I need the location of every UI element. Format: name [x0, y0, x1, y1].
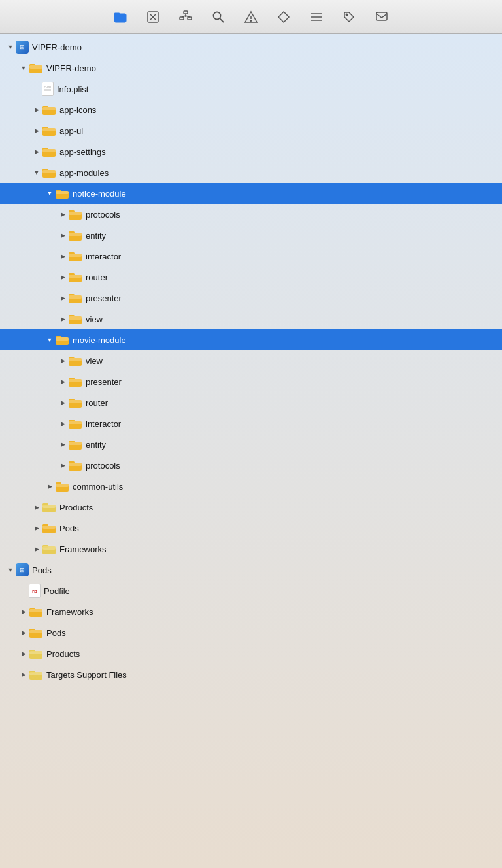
tree-arrow-app-settings[interactable]: ▶ — [31, 146, 42, 157]
tree-arrow-mm-interactor[interactable]: ▶ — [58, 418, 68, 429]
item-label-frameworks-2: Frameworks — [46, 607, 93, 617]
item-icon-nm-protocols — [68, 209, 82, 220]
tree-item-nm-router[interactable]: ▶router — [0, 267, 502, 288]
tree-arrow-app-ui[interactable]: ▶ — [31, 125, 42, 136]
tree-arrow-app-modules[interactable]: ▼ — [31, 167, 42, 178]
list-nav-icon[interactable] — [309, 10, 324, 24]
tree-arrow-frameworks-2[interactable]: ▶ — [18, 607, 29, 617]
diamond-nav-icon[interactable] — [276, 10, 291, 24]
tree-arrow-mm-entity[interactable]: ▶ — [58, 439, 68, 450]
tree-item-mm-presenter[interactable]: ▶presenter — [0, 371, 502, 392]
tree-arrow-nm-entity[interactable]: ▶ — [58, 230, 68, 241]
svg-line-12 — [220, 18, 224, 22]
tree-arrow-podfile[interactable] — [18, 586, 29, 596]
item-label-pods-1: Pods — [59, 524, 79, 533]
tree-item-mm-router[interactable]: ▶router — [0, 392, 502, 413]
tree-item-nm-presenter[interactable]: ▶presenter — [0, 288, 502, 309]
tree-arrow-notice-module[interactable]: ▼ — [44, 188, 55, 199]
svg-rect-30 — [42, 128, 56, 131]
tree-item-frameworks-1[interactable]: ▶Frameworks — [0, 539, 502, 559]
tree-arrow-info-plist[interactable] — [31, 84, 42, 94]
item-label-notice-module: notice-module — [73, 189, 126, 199]
tree-item-pods-1[interactable]: ▶Pods — [0, 518, 502, 539]
tree-arrow-common-utils[interactable]: ▶ — [44, 481, 55, 492]
tree-item-targets-support[interactable]: ▶Targets Support Files — [0, 664, 502, 685]
svg-rect-33 — [42, 149, 56, 152]
item-icon-nm-entity — [68, 229, 82, 241]
tree-item-mm-view[interactable]: ▶view — [0, 350, 502, 371]
tree-item-viper-demo-root[interactable]: ▼⊞VIPER-demo — [0, 37, 502, 58]
alert-nav-icon[interactable] — [244, 10, 258, 24]
tree-arrow-mm-router[interactable]: ▶ — [58, 397, 68, 408]
tree-item-products-1[interactable]: ▶Products — [0, 497, 502, 518]
tree-arrow-targets-support[interactable]: ▶ — [18, 669, 29, 680]
svg-rect-1 — [114, 13, 120, 16]
tag-nav-icon[interactable] — [342, 10, 356, 24]
tree-arrow-pods-2[interactable]: ▶ — [18, 627, 29, 638]
tree-item-nm-interactor[interactable]: ▶interactor — [0, 246, 502, 267]
svg-rect-102 — [29, 672, 42, 675]
folder-nav-icon[interactable] — [113, 10, 127, 24]
toolbar — [0, 0, 502, 34]
item-icon-podfile: rb — [29, 584, 41, 598]
tree-arrow-nm-presenter[interactable]: ▶ — [58, 293, 68, 303]
tree-item-notice-module[interactable]: ▼notice-module — [0, 183, 502, 204]
tree-arrow-viper-demo-root[interactable]: ▼ — [5, 42, 16, 52]
warning-nav-icon[interactable] — [146, 10, 160, 24]
tree-arrow-nm-router[interactable]: ▶ — [58, 272, 68, 282]
tree-arrow-nm-interactor[interactable]: ▶ — [58, 251, 68, 261]
svg-rect-48 — [69, 254, 82, 257]
item-icon-info-plist: PLIST — [42, 82, 54, 96]
tree-item-pods-root[interactable]: ▼⊞Pods — [0, 559, 502, 580]
tree-item-nm-protocols[interactable]: ▶protocols — [0, 204, 502, 225]
tree-item-viper-demo-folder[interactable]: ▼VIPER-demo — [0, 58, 502, 78]
tree-item-info-plist[interactable]: PLISTInfo.plist — [0, 78, 502, 99]
item-label-pods-root: Pods — [32, 565, 52, 575]
item-label-mm-view: view — [86, 356, 103, 366]
item-icon-targets-support — [29, 669, 43, 680]
tree-item-nm-entity[interactable]: ▶entity — [0, 225, 502, 246]
item-icon-mm-protocols — [68, 459, 82, 471]
tree-item-app-settings[interactable]: ▶app-settings — [0, 141, 502, 162]
tree-arrow-app-icons[interactable]: ▶ — [31, 105, 42, 115]
tree-item-movie-module[interactable]: ▼movie-module — [0, 329, 502, 350]
search-nav-icon[interactable] — [211, 10, 226, 24]
tree-item-common-utils[interactable]: ▶common-utils — [0, 476, 502, 497]
tree-item-app-ui[interactable]: ▶app-ui — [0, 120, 502, 141]
tree-arrow-frameworks-1[interactable]: ▶ — [31, 544, 42, 554]
tree-item-frameworks-2[interactable]: ▶Frameworks — [0, 601, 502, 622]
tree-arrow-nm-view[interactable]: ▶ — [58, 314, 68, 324]
item-label-nm-view: view — [86, 314, 103, 324]
tree-arrow-movie-module[interactable]: ▼ — [44, 335, 55, 345]
tree-item-mm-protocols[interactable]: ▶protocols — [0, 455, 502, 476]
tree-arrow-pods-1[interactable]: ▶ — [31, 523, 42, 533]
svg-rect-99 — [29, 651, 42, 654]
tree-arrow-mm-presenter[interactable]: ▶ — [58, 376, 68, 387]
tree-item-nm-view[interactable]: ▶view — [0, 309, 502, 329]
tree-item-mm-entity[interactable]: ▶entity — [0, 434, 502, 455]
tree-arrow-nm-protocols[interactable]: ▶ — [58, 209, 68, 220]
item-label-pods-2: Pods — [46, 628, 66, 638]
tree-arrow-products-2[interactable]: ▶ — [18, 648, 29, 659]
tree-arrow-pods-root[interactable]: ▼ — [5, 565, 16, 575]
item-icon-pods-root: ⊞ — [16, 563, 29, 576]
item-label-podfile: Podfile — [44, 586, 70, 596]
tree-item-app-modules[interactable]: ▼app-modules — [0, 162, 502, 183]
item-label-mm-presenter: presenter — [86, 377, 122, 387]
tree-arrow-mm-protocols[interactable]: ▶ — [58, 460, 68, 471]
item-label-nm-entity: entity — [86, 231, 106, 241]
tree-item-mm-interactor[interactable]: ▶interactor — [0, 413, 502, 434]
message-nav-icon[interactable] — [375, 10, 389, 24]
tree-item-podfile[interactable]: rbPodfile — [0, 580, 502, 601]
tree-arrow-products-1[interactable]: ▶ — [31, 502, 42, 512]
file-tree: ▼⊞VIPER-demo▼VIPER-demoPLISTInfo.plist▶a… — [0, 34, 502, 868]
item-label-app-modules: app-modules — [59, 168, 109, 178]
tree-arrow-mm-view[interactable]: ▶ — [58, 356, 68, 366]
svg-rect-45 — [69, 233, 82, 236]
svg-rect-54 — [69, 295, 82, 299]
tree-arrow-viper-demo-folder[interactable]: ▼ — [18, 63, 29, 73]
tree-item-app-icons[interactable]: ▶app-icons — [0, 99, 502, 120]
tree-item-pods-2[interactable]: ▶Pods — [0, 622, 502, 643]
hierarchy-nav-icon[interactable] — [178, 10, 193, 24]
tree-item-products-2[interactable]: ▶Products — [0, 643, 502, 664]
